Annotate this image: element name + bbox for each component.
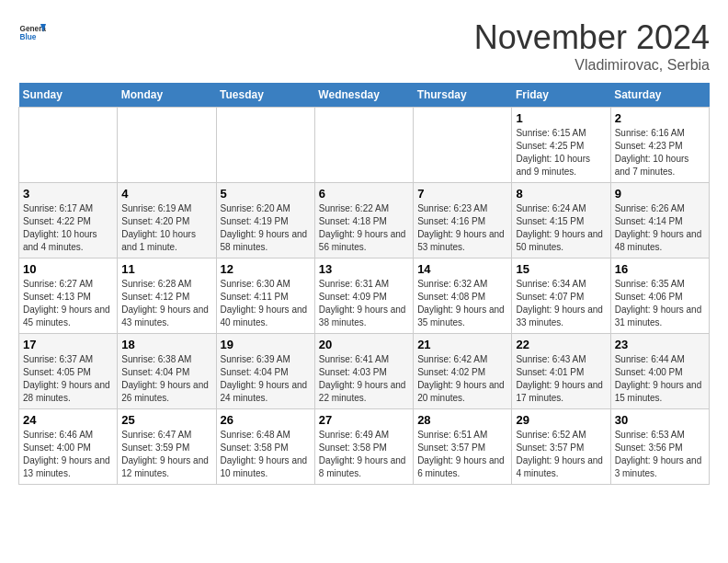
logo: General Blue: [18, 18, 46, 46]
day-number: 15: [516, 262, 606, 276]
calendar-cell: 13Sunrise: 6:31 AM Sunset: 4:09 PM Dayli…: [314, 259, 413, 334]
day-number: 8: [516, 187, 606, 201]
day-number: 4: [121, 187, 211, 201]
day-number: 17: [23, 338, 113, 351]
calendar-cell: 5Sunrise: 6:20 AM Sunset: 4:19 PM Daylig…: [216, 183, 314, 259]
calendar-header-row: SundayMondayTuesdayWednesdayThursdayFrid…: [19, 83, 710, 108]
day-number: 2: [615, 111, 705, 125]
calendar-cell: 19Sunrise: 6:39 AM Sunset: 4:04 PM Dayli…: [216, 334, 314, 409]
day-info: Sunrise: 6:49 AM Sunset: 3:58 PM Dayligh…: [319, 429, 409, 480]
day-info: Sunrise: 6:22 AM Sunset: 4:18 PM Dayligh…: [319, 202, 409, 254]
day-number: 25: [121, 413, 211, 427]
day-number: 24: [23, 413, 113, 427]
day-info: Sunrise: 6:15 AM Sunset: 4:25 PM Dayligh…: [516, 127, 606, 178]
day-info: Sunrise: 6:53 AM Sunset: 3:56 PM Dayligh…: [615, 429, 705, 480]
day-info: Sunrise: 6:46 AM Sunset: 4:00 PM Dayligh…: [23, 429, 113, 480]
day-header-thursday: Thursday: [414, 83, 512, 108]
calendar-body: 1Sunrise: 6:15 AM Sunset: 4:25 PM Daylig…: [19, 108, 710, 485]
calendar-cell: 2Sunrise: 6:16 AM Sunset: 4:23 PM Daylig…: [610, 108, 709, 183]
day-info: Sunrise: 6:51 AM Sunset: 3:57 PM Dayligh…: [417, 429, 507, 480]
calendar-cell: 1Sunrise: 6:15 AM Sunset: 4:25 PM Daylig…: [512, 108, 610, 183]
day-number: 1: [516, 111, 606, 125]
day-info: Sunrise: 6:19 AM Sunset: 4:20 PM Dayligh…: [121, 202, 211, 254]
day-info: Sunrise: 6:26 AM Sunset: 4:14 PM Dayligh…: [615, 202, 705, 254]
calendar-week-4: 17Sunrise: 6:37 AM Sunset: 4:05 PM Dayli…: [19, 334, 710, 409]
calendar-cell: 12Sunrise: 6:30 AM Sunset: 4:11 PM Dayli…: [216, 259, 314, 334]
calendar-cell: 24Sunrise: 6:46 AM Sunset: 4:00 PM Dayli…: [19, 409, 118, 485]
day-number: 5: [221, 187, 311, 201]
calendar-cell: [118, 108, 216, 183]
day-number: 29: [516, 413, 606, 427]
day-info: Sunrise: 6:41 AM Sunset: 4:03 PM Dayligh…: [319, 353, 409, 405]
day-info: Sunrise: 6:52 AM Sunset: 3:57 PM Dayligh…: [516, 429, 606, 480]
day-number: 13: [319, 262, 409, 276]
day-header-sunday: Sunday: [19, 83, 118, 108]
calendar-cell: 30Sunrise: 6:53 AM Sunset: 3:56 PM Dayli…: [610, 409, 709, 485]
day-info: Sunrise: 6:28 AM Sunset: 4:12 PM Dayligh…: [121, 278, 211, 329]
title-area: November 2024 Vladimirovac, Serbia: [474, 18, 710, 74]
day-info: Sunrise: 6:17 AM Sunset: 4:22 PM Dayligh…: [23, 202, 113, 254]
calendar-cell: 15Sunrise: 6:34 AM Sunset: 4:07 PM Dayli…: [512, 259, 610, 334]
calendar-cell: [314, 108, 413, 183]
day-info: Sunrise: 6:35 AM Sunset: 4:06 PM Dayligh…: [615, 278, 705, 329]
calendar-week-5: 24Sunrise: 6:46 AM Sunset: 4:00 PM Dayli…: [19, 409, 710, 485]
calendar-cell: 23Sunrise: 6:44 AM Sunset: 4:00 PM Dayli…: [610, 334, 709, 409]
calendar-cell: 4Sunrise: 6:19 AM Sunset: 4:20 PM Daylig…: [118, 183, 216, 259]
day-header-saturday: Saturday: [610, 83, 709, 108]
logo-icon: General Blue: [18, 18, 46, 46]
calendar-cell: [414, 108, 512, 183]
day-number: 23: [615, 338, 705, 351]
day-info: Sunrise: 6:27 AM Sunset: 4:13 PM Dayligh…: [23, 278, 113, 329]
calendar-cell: 27Sunrise: 6:49 AM Sunset: 3:58 PM Dayli…: [314, 409, 413, 485]
calendar-cell: 8Sunrise: 6:24 AM Sunset: 4:15 PM Daylig…: [512, 183, 610, 259]
day-number: 10: [23, 262, 113, 276]
day-info: Sunrise: 6:38 AM Sunset: 4:04 PM Dayligh…: [121, 353, 211, 405]
day-number: 16: [615, 262, 705, 276]
day-info: Sunrise: 6:32 AM Sunset: 4:08 PM Dayligh…: [417, 278, 507, 329]
day-info: Sunrise: 6:23 AM Sunset: 4:16 PM Dayligh…: [417, 202, 507, 254]
day-header-wednesday: Wednesday: [314, 83, 413, 108]
calendar-cell: 14Sunrise: 6:32 AM Sunset: 4:08 PM Dayli…: [414, 259, 512, 334]
day-info: Sunrise: 6:42 AM Sunset: 4:02 PM Dayligh…: [417, 353, 507, 405]
calendar-week-1: 1Sunrise: 6:15 AM Sunset: 4:25 PM Daylig…: [19, 108, 710, 183]
day-header-monday: Monday: [118, 83, 216, 108]
calendar-week-2: 3Sunrise: 6:17 AM Sunset: 4:22 PM Daylig…: [19, 183, 710, 259]
day-info: Sunrise: 6:43 AM Sunset: 4:01 PM Dayligh…: [516, 353, 606, 405]
calendar-cell: 10Sunrise: 6:27 AM Sunset: 4:13 PM Dayli…: [19, 259, 118, 334]
calendar-cell: 16Sunrise: 6:35 AM Sunset: 4:06 PM Dayli…: [610, 259, 709, 334]
day-number: 9: [615, 187, 705, 201]
day-number: 3: [23, 187, 113, 201]
day-number: 7: [417, 187, 507, 201]
calendar-cell: 26Sunrise: 6:48 AM Sunset: 3:58 PM Dayli…: [216, 409, 314, 485]
day-info: Sunrise: 6:30 AM Sunset: 4:11 PM Dayligh…: [221, 278, 311, 329]
calendar-cell: 22Sunrise: 6:43 AM Sunset: 4:01 PM Dayli…: [512, 334, 610, 409]
calendar-cell: 6Sunrise: 6:22 AM Sunset: 4:18 PM Daylig…: [314, 183, 413, 259]
calendar-cell: 21Sunrise: 6:42 AM Sunset: 4:02 PM Dayli…: [414, 334, 512, 409]
day-number: 19: [221, 338, 311, 351]
svg-text:Blue: Blue: [20, 33, 37, 41]
day-info: Sunrise: 6:31 AM Sunset: 4:09 PM Dayligh…: [319, 278, 409, 329]
calendar-cell: 28Sunrise: 6:51 AM Sunset: 3:57 PM Dayli…: [414, 409, 512, 485]
day-number: 27: [319, 413, 409, 427]
day-number: 11: [121, 262, 211, 276]
calendar-cell: 11Sunrise: 6:28 AM Sunset: 4:12 PM Dayli…: [118, 259, 216, 334]
day-number: 26: [221, 413, 311, 427]
calendar-cell: 7Sunrise: 6:23 AM Sunset: 4:16 PM Daylig…: [414, 183, 512, 259]
day-info: Sunrise: 6:37 AM Sunset: 4:05 PM Dayligh…: [23, 353, 113, 405]
day-number: 30: [615, 413, 705, 427]
calendar-cell: 9Sunrise: 6:26 AM Sunset: 4:14 PM Daylig…: [610, 183, 709, 259]
calendar-cell: 17Sunrise: 6:37 AM Sunset: 4:05 PM Dayli…: [19, 334, 118, 409]
day-header-tuesday: Tuesday: [216, 83, 314, 108]
day-info: Sunrise: 6:39 AM Sunset: 4:04 PM Dayligh…: [221, 353, 311, 405]
day-number: 6: [319, 187, 409, 201]
day-number: 18: [121, 338, 211, 351]
calendar-cell: [19, 108, 118, 183]
calendar-cell: 29Sunrise: 6:52 AM Sunset: 3:57 PM Dayli…: [512, 409, 610, 485]
month-title: November 2024: [474, 18, 710, 57]
day-number: 28: [417, 413, 507, 427]
day-number: 20: [319, 338, 409, 351]
calendar-table: SundayMondayTuesdayWednesdayThursdayFrid…: [18, 83, 710, 485]
day-info: Sunrise: 6:44 AM Sunset: 4:00 PM Dayligh…: [615, 353, 705, 405]
day-info: Sunrise: 6:34 AM Sunset: 4:07 PM Dayligh…: [516, 278, 606, 329]
day-header-friday: Friday: [512, 83, 610, 108]
